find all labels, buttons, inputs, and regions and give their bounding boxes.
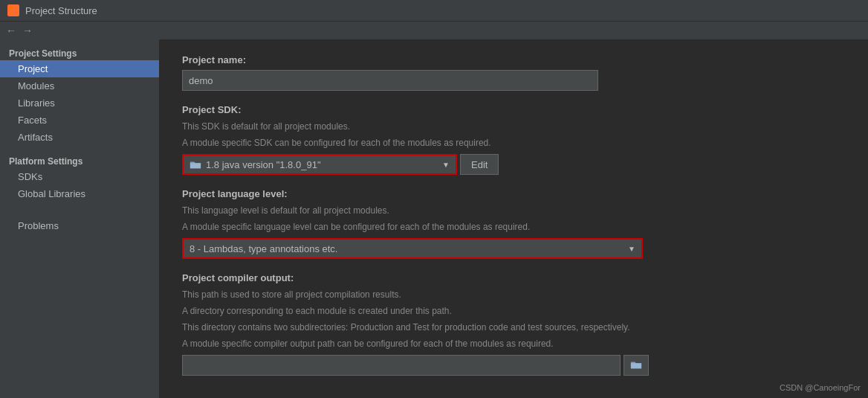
sidebar-item-project[interactable]: Project xyxy=(0,60,159,77)
forward-button[interactable]: → xyxy=(22,25,33,36)
main-content: Project Settings Project Modules Librari… xyxy=(0,39,868,398)
sdk-dropdown-inner: 1.8 java version "1.8.0_91" xyxy=(190,159,442,170)
svg-rect-3 xyxy=(14,11,18,15)
compiler-desc1: This path is used to store all project c… xyxy=(182,288,846,301)
project-language-level-desc2: A module specific language level can be … xyxy=(182,220,846,234)
project-language-level-desc1: This language level is default for all p… xyxy=(182,204,846,217)
project-sdk-desc1: This SDK is default for all project modu… xyxy=(182,120,846,133)
content-area: Project name: Project SDK: This SDK is d… xyxy=(160,39,868,398)
sidebar-item-facets[interactable]: Facets xyxy=(0,112,159,129)
svg-rect-0 xyxy=(9,6,13,10)
project-compiler-output-label: Project compiler output: xyxy=(182,272,846,283)
compiler-output-folder-button[interactable] xyxy=(624,355,649,376)
project-name-input[interactable] xyxy=(182,70,598,91)
sdk-folder-icon xyxy=(190,159,201,170)
svg-rect-2 xyxy=(9,11,13,15)
sdk-dropdown-arrow: ▼ xyxy=(442,161,450,169)
sidebar-item-global-libraries[interactable]: Global Libraries xyxy=(0,185,159,202)
sdk-dropdown[interactable]: 1.8 java version "1.8.0_91" ▼ xyxy=(182,154,457,175)
sdk-value: 1.8 java version "1.8.0_91" xyxy=(206,159,321,170)
sidebar-item-modules[interactable]: Modules xyxy=(0,77,159,94)
project-name-label: Project name: xyxy=(182,54,846,65)
language-level-dropdown[interactable]: 8 - Lambdas, type annotations etc. ▼ xyxy=(182,238,643,259)
nav-row: ← → xyxy=(0,22,868,39)
back-button[interactable]: ← xyxy=(6,25,16,36)
app-icon xyxy=(7,4,19,16)
compiler-output-input[interactable] xyxy=(182,355,621,376)
sidebar-item-sdks[interactable]: SDKs xyxy=(0,168,159,185)
project-language-level-section: Project language level: This language le… xyxy=(182,188,846,259)
folder-icon xyxy=(630,359,642,370)
watermark: CSDN @CanoeingFor xyxy=(780,383,861,392)
language-level-arrow: ▼ xyxy=(628,245,635,253)
sidebar-item-problems[interactable]: Problems xyxy=(0,217,159,234)
sidebar-item-libraries[interactable]: Libraries xyxy=(0,94,159,112)
project-compiler-output-section: Project compiler output: This path is us… xyxy=(182,272,846,376)
project-sdk-label: Project SDK: xyxy=(182,104,846,115)
compiler-desc2: A directory corresponding to each module… xyxy=(182,304,846,318)
project-language-level-label: Project language level: xyxy=(182,188,846,199)
project-sdk-desc2: A module specific SDK can be configured … xyxy=(182,136,846,150)
platform-settings-label: Platform Settings xyxy=(0,153,159,168)
title-bar: Project Structure xyxy=(0,0,868,22)
sidebar-item-artifacts[interactable]: Artifacts xyxy=(0,129,159,146)
edit-sdk-button[interactable]: Edit xyxy=(460,154,499,175)
language-level-value: 8 - Lambdas, type annotations etc. xyxy=(190,243,625,254)
sidebar: Project Settings Project Modules Librari… xyxy=(0,39,160,398)
svg-rect-1 xyxy=(14,6,18,10)
project-name-section: Project name: xyxy=(182,54,846,91)
compiler-desc3: This directory contains two subdirectori… xyxy=(182,321,846,334)
compiler-desc4: A module specific compiler output path c… xyxy=(182,337,846,350)
window-title: Project Structure xyxy=(25,5,97,16)
project-settings-label: Project Settings xyxy=(0,45,159,60)
project-sdk-section: Project SDK: This SDK is default for all… xyxy=(182,104,846,175)
